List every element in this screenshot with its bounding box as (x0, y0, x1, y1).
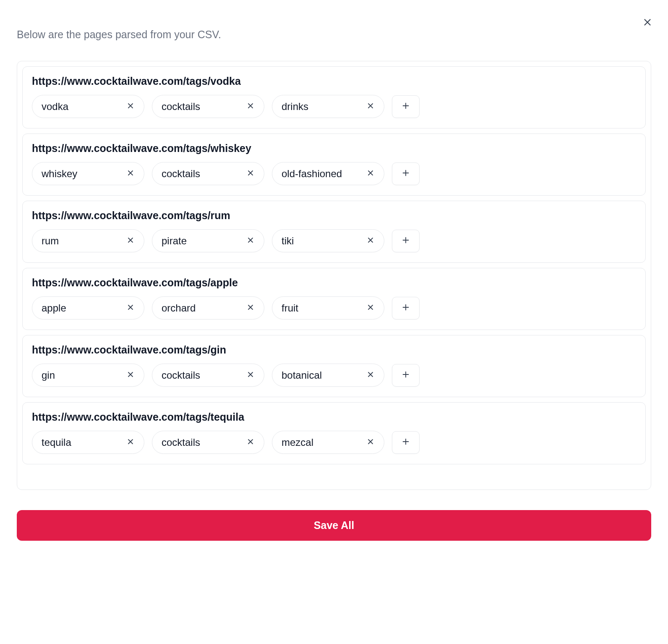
save-all-button[interactable]: Save All (17, 510, 651, 541)
close-icon (366, 370, 375, 380)
add-tag-button[interactable] (392, 230, 420, 252)
close-icon (246, 370, 255, 380)
tags-row: whiskeycocktailsold-fashioned (32, 162, 636, 185)
remove-tag-button[interactable] (245, 436, 256, 449)
tag-label: old-fashioned (282, 168, 342, 180)
add-tag-button[interactable] (392, 95, 420, 118)
close-icon (126, 437, 135, 447)
remove-tag-button[interactable] (365, 100, 376, 113)
tag-pill: cocktails (152, 95, 264, 118)
close-icon (366, 236, 375, 246)
close-icon (126, 102, 135, 111)
tag-pill: botanical (272, 364, 384, 387)
page-url: https://www.cocktailwave.com/tags/gin (32, 344, 636, 356)
remove-tag-button[interactable] (245, 234, 256, 247)
tag-label: vodka (42, 101, 68, 113)
close-button[interactable] (639, 13, 656, 32)
remove-tag-button[interactable] (245, 301, 256, 314)
remove-tag-button[interactable] (125, 167, 136, 180)
tag-pill: tequila (32, 431, 144, 454)
page-card: https://www.cocktailwave.com/tags/whiske… (22, 134, 646, 196)
page-url: https://www.cocktailwave.com/tags/rum (32, 209, 636, 222)
remove-tag-button[interactable] (365, 436, 376, 449)
close-icon (246, 236, 255, 246)
remove-tag-button[interactable] (365, 369, 376, 382)
tag-label: fruit (282, 302, 298, 314)
remove-tag-button[interactable] (365, 301, 376, 314)
remove-tag-button[interactable] (245, 167, 256, 180)
plus-icon (401, 370, 410, 380)
tag-pill: orchard (152, 296, 264, 319)
tag-pill: vodka (32, 95, 144, 118)
page-url: https://www.cocktailwave.com/tags/apple (32, 277, 636, 289)
page-card: https://www.cocktailwave.com/tags/vodkav… (22, 66, 646, 128)
add-tag-button[interactable] (392, 297, 420, 319)
tags-row: vodkacocktailsdrinks (32, 95, 636, 118)
page-url: https://www.cocktailwave.com/tags/whiske… (32, 142, 636, 154)
close-icon (246, 303, 255, 313)
close-icon (126, 370, 135, 380)
close-icon (366, 169, 375, 178)
plus-icon (401, 303, 410, 313)
tags-row: rumpiratetiki (32, 229, 636, 252)
close-icon (126, 169, 135, 178)
remove-tag-button[interactable] (125, 234, 136, 247)
tag-pill: apple (32, 296, 144, 319)
page-url: https://www.cocktailwave.com/tags/vodka (32, 75, 636, 87)
remove-tag-button[interactable] (125, 301, 136, 314)
tag-pill: cocktails (152, 364, 264, 387)
tag-label: tiki (282, 235, 294, 247)
tag-pill: fruit (272, 296, 384, 319)
tag-pill: pirate (152, 229, 264, 252)
tag-label: cocktails (162, 168, 200, 180)
page-card: https://www.cocktailwave.com/tags/rumrum… (22, 201, 646, 263)
tag-pill: cocktails (152, 162, 264, 185)
remove-tag-button[interactable] (365, 234, 376, 247)
tag-label: cocktails (162, 101, 200, 113)
close-icon (366, 102, 375, 111)
add-tag-button[interactable] (392, 364, 420, 387)
tag-label: mezcal (282, 437, 313, 448)
remove-tag-button[interactable] (125, 100, 136, 113)
tag-pill: rum (32, 229, 144, 252)
close-icon (126, 236, 135, 246)
plus-icon (401, 101, 410, 112)
plus-icon (401, 236, 410, 246)
tag-label: drinks (282, 101, 308, 113)
close-icon (246, 169, 255, 178)
tag-pill: mezcal (272, 431, 384, 454)
tag-label: rum (42, 235, 59, 247)
tag-label: pirate (162, 235, 187, 247)
tag-label: whiskey (42, 168, 77, 180)
remove-tag-button[interactable] (125, 369, 136, 382)
remove-tag-button[interactable] (125, 436, 136, 449)
page-url: https://www.cocktailwave.com/tags/tequil… (32, 411, 636, 423)
tag-label: tequila (42, 437, 71, 448)
tags-row: appleorchardfruit (32, 296, 636, 319)
close-icon (366, 303, 375, 313)
tag-pill: old-fashioned (272, 162, 384, 185)
close-icon (126, 303, 135, 313)
remove-tag-button[interactable] (245, 100, 256, 113)
tag-pill: gin (32, 364, 144, 387)
intro-text: Below are the pages parsed from your CSV… (17, 29, 651, 41)
close-icon (246, 437, 255, 447)
close-icon (246, 102, 255, 111)
pages-list-container: https://www.cocktailwave.com/tags/vodkav… (17, 61, 651, 490)
close-icon (642, 17, 653, 29)
plus-icon (401, 437, 410, 448)
tag-pill: whiskey (32, 162, 144, 185)
add-tag-button[interactable] (392, 162, 420, 185)
tags-row: gincocktailsbotanical (32, 364, 636, 387)
add-tag-button[interactable] (392, 431, 420, 454)
tag-label: cocktails (162, 369, 200, 381)
remove-tag-button[interactable] (365, 167, 376, 180)
page-card: https://www.cocktailwave.com/tags/tequil… (22, 402, 646, 464)
remove-tag-button[interactable] (245, 369, 256, 382)
page-card: https://www.cocktailwave.com/tags/gingin… (22, 335, 646, 397)
page-card: https://www.cocktailwave.com/tags/applea… (22, 268, 646, 330)
tag-pill: tiki (272, 229, 384, 252)
tag-label: gin (42, 369, 55, 381)
close-icon (366, 437, 375, 447)
tag-label: apple (42, 302, 66, 314)
